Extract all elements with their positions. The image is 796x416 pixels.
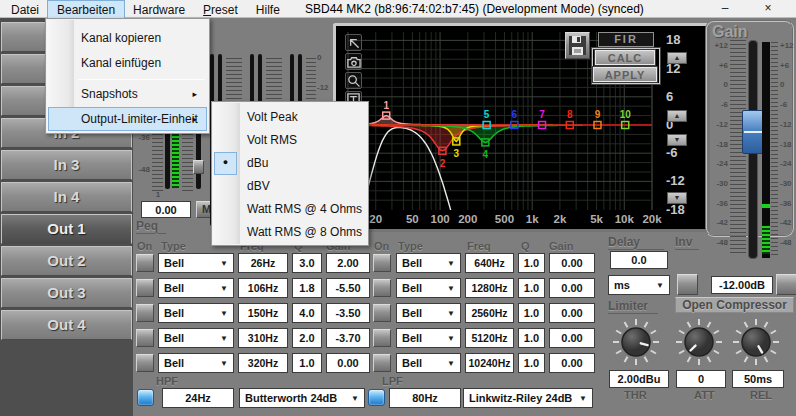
band-gain-input[interactable]: 0.00 xyxy=(549,328,595,348)
band-type-select[interactable]: Bell▼ xyxy=(158,328,234,348)
scale-up-button[interactable]: ▲ xyxy=(667,52,687,64)
band-q-input[interactable]: 1.0 xyxy=(292,353,322,373)
band-q-input[interactable]: 1.0 xyxy=(518,303,545,323)
lpf-type-select[interactable]: Linkwitz-Riley 24dB ▼ xyxy=(463,388,593,408)
knob-att[interactable] xyxy=(671,314,727,370)
band-type-select[interactable]: Bell▼ xyxy=(158,303,234,323)
band-gain-input[interactable]: 0.00 xyxy=(549,278,595,298)
scale-down-button[interactable]: ▼ xyxy=(667,192,687,204)
band-freq-input[interactable]: 310Hz xyxy=(238,328,288,348)
zoom-button[interactable] xyxy=(345,72,362,89)
band-q-input[interactable]: 1.0 xyxy=(518,253,545,273)
band-freq-input[interactable]: 1280Hz xyxy=(465,278,514,298)
band-gain-input[interactable]: 2.00 xyxy=(326,253,370,273)
band-freq-input[interactable]: 26Hz xyxy=(238,253,288,273)
scale-down-button[interactable]: ▼ xyxy=(667,134,687,146)
gain-fader-handle[interactable] xyxy=(742,110,764,154)
band-freq-input[interactable]: 5120Hz xyxy=(465,328,514,348)
snapshot-camera-button[interactable] xyxy=(345,53,362,70)
band-enable-button[interactable] xyxy=(136,354,154,372)
band-q-input[interactable]: 3.0 xyxy=(292,253,322,273)
menu-item-kanal-kopieren[interactable]: Kanal kopieren xyxy=(49,27,206,49)
menu-item-volt-peak[interactable]: Volt Peak xyxy=(215,107,365,128)
band-freq-input[interactable]: 10240Hz xyxy=(465,353,514,373)
sidebar-channel-out-3[interactable]: Out 3 xyxy=(1,278,132,308)
band-enable-button[interactable] xyxy=(373,329,391,347)
band-freq-input[interactable]: 640Hz xyxy=(465,253,514,273)
band-type-select[interactable]: Bell▼ xyxy=(158,253,234,273)
band-type-select[interactable]: Bell▼ xyxy=(158,278,234,298)
knob-rel[interactable] xyxy=(728,314,784,370)
menu-item-snapshots[interactable]: Snapshots▸ xyxy=(49,83,206,105)
band-enable-button[interactable] xyxy=(373,279,391,297)
limiter-threshold-input[interactable]: -12.00dB xyxy=(711,276,773,294)
sidebar-channel-in-3[interactable]: In 3 xyxy=(1,150,132,180)
band-freq-input[interactable]: 320Hz xyxy=(238,353,288,373)
band-type-select[interactable]: Bell▼ xyxy=(396,278,461,298)
menu-item-volt-rms[interactable]: Volt RMS xyxy=(215,130,365,151)
band-enable-button[interactable] xyxy=(373,304,391,322)
band-type-select[interactable]: Bell▼ xyxy=(158,353,234,373)
calc-button[interactable]: CALC xyxy=(595,50,655,65)
meter-fader-handle[interactable] xyxy=(193,160,204,174)
band-q-input[interactable]: 4.0 xyxy=(292,303,322,323)
band-q-input[interactable]: 2.0 xyxy=(292,328,322,348)
minimize-button[interactable]: – xyxy=(712,1,738,16)
sidebar-channel-out-4[interactable]: Out 4 xyxy=(1,310,132,340)
band-q-input[interactable]: 1.0 xyxy=(518,353,545,373)
delay-value-input[interactable]: 0.0 xyxy=(610,251,668,269)
band-freq-input[interactable]: 150Hz xyxy=(238,303,288,323)
lpf-enable-checkbox[interactable] xyxy=(368,389,385,406)
scale-up-button[interactable]: ▲ xyxy=(667,110,687,122)
knob-value-thr[interactable]: 2.00dBu xyxy=(609,370,669,388)
band-type-select[interactable]: Bell▼ xyxy=(396,328,461,348)
knob-value-rel[interactable]: 50ms xyxy=(732,370,784,388)
band-gain-input[interactable]: 0.00 xyxy=(549,303,595,323)
invert-button[interactable] xyxy=(677,274,698,295)
sidebar-channel-out-1[interactable]: Out 1 xyxy=(1,214,132,244)
menubar-item-datei[interactable]: Datei xyxy=(2,1,48,18)
band-freq-input[interactable]: 106Hz xyxy=(238,278,288,298)
apply-button[interactable]: APPLY xyxy=(593,67,657,82)
limiter-enable-button[interactable] xyxy=(776,274,796,295)
band-q-input[interactable]: 1.0 xyxy=(518,278,545,298)
menubar-item-preset[interactable]: Preset xyxy=(194,1,247,18)
band-enable-button[interactable] xyxy=(136,329,154,347)
band-enable-button[interactable] xyxy=(373,254,391,272)
band-enable-button[interactable] xyxy=(136,279,154,297)
band-gain-input[interactable]: 0.00 xyxy=(549,353,595,373)
lpf-freq-input[interactable]: 80Hz xyxy=(389,388,461,408)
band-enable-button[interactable] xyxy=(373,354,391,372)
hpf-type-select[interactable]: Butterworth 24dB ▼ xyxy=(239,388,365,408)
delay-unit-select[interactable]: ms ▼ xyxy=(608,275,670,295)
save-curve-button[interactable] xyxy=(565,32,590,59)
menu-item-watt-rms-8-ohms[interactable]: Watt RMS @ 8 Ohms xyxy=(215,222,365,243)
band-q-input[interactable]: 1.0 xyxy=(518,328,545,348)
menubar-item-hardware[interactable]: Hardware xyxy=(124,1,194,18)
menubar-item-bearbeiten[interactable]: Bearbeiten xyxy=(48,1,124,18)
knob-thr[interactable] xyxy=(608,314,664,370)
channel-gain-value[interactable]: 0.00 xyxy=(141,201,191,218)
menu-item-dbv[interactable]: dBV xyxy=(215,176,365,197)
band-gain-input[interactable]: -3.50 xyxy=(326,303,370,323)
menubar-item-hilfe[interactable]: Hilfe xyxy=(247,1,289,18)
open-compressor-button[interactable]: Open Compressor xyxy=(675,297,794,313)
band-type-select[interactable]: Bell▼ xyxy=(396,353,461,373)
band-type-select[interactable]: Bell▼ xyxy=(396,253,461,273)
band-gain-input[interactable]: 0.00 xyxy=(549,253,595,273)
band-freq-input[interactable]: 2560Hz xyxy=(465,303,514,323)
sidebar-channel-in-4[interactable]: In 4 xyxy=(1,182,132,212)
band-q-input[interactable]: 1.8 xyxy=(292,278,322,298)
sidebar-channel-out-2[interactable]: Out 2 xyxy=(1,246,132,276)
close-button[interactable]: × xyxy=(755,1,781,16)
band-gain-input[interactable]: -5.50 xyxy=(326,278,370,298)
band-enable-button[interactable] xyxy=(136,254,154,272)
knob-value-att[interactable]: 0 xyxy=(676,370,726,388)
menu-item-dbu[interactable]: dBu xyxy=(215,153,365,174)
band-enable-button[interactable] xyxy=(136,304,154,322)
band-gain-input[interactable]: -3.70 xyxy=(326,328,370,348)
hpf-freq-input[interactable]: 24Hz xyxy=(162,388,234,408)
band-gain-input[interactable]: 0.00 xyxy=(326,353,370,373)
hpf-enable-checkbox[interactable] xyxy=(137,389,154,406)
menu-item-kanal-einfügen[interactable]: Kanal einfügen xyxy=(49,52,206,74)
